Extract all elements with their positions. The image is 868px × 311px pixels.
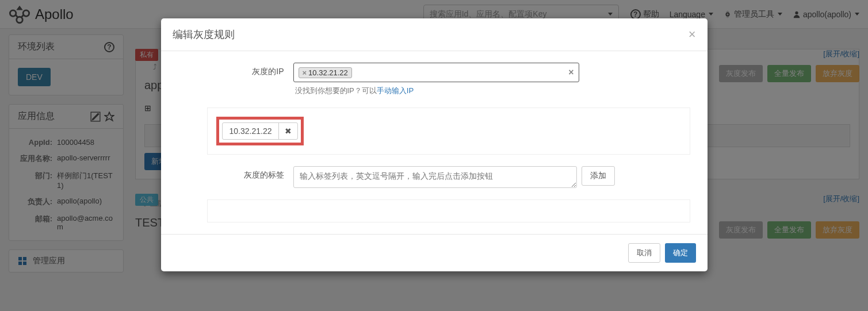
ip-chip-text: 10.32.21.22 bbox=[223, 123, 279, 139]
add-tag-button[interactable]: 添加 bbox=[582, 166, 615, 186]
selected-ip-box: 10.32.21.22 ✖ bbox=[207, 107, 690, 155]
modal-title: 编辑灰度规则 bbox=[173, 28, 235, 41]
manual-ip-link[interactable]: 手动输入IP bbox=[377, 86, 414, 95]
highlight-annotation: 10.32.21.22 ✖ bbox=[216, 117, 304, 145]
gray-ip-label: 灰度的IP bbox=[173, 63, 293, 96]
confirm-button[interactable]: 确定 bbox=[665, 243, 696, 263]
remove-tag-icon[interactable]: × bbox=[303, 68, 307, 77]
clear-all-icon[interactable]: × bbox=[568, 67, 573, 78]
selected-tags-box bbox=[207, 199, 690, 222]
edit-gray-rule-modal: 编辑灰度规则 × 灰度的IP × 10.32.21.22 × 没找到你想要的IP… bbox=[161, 18, 708, 271]
gray-tag-input[interactable] bbox=[293, 166, 577, 188]
gray-ip-select[interactable]: × 10.32.21.22 × bbox=[293, 63, 579, 82]
cancel-button[interactable]: 取消 bbox=[628, 243, 660, 263]
close-button[interactable]: × bbox=[689, 27, 696, 42]
gray-tag-label: 灰度的标签 bbox=[173, 166, 293, 188]
ip-tag: × 10.32.21.22 bbox=[299, 67, 352, 78]
ip-chip: 10.32.21.22 ✖ bbox=[222, 122, 299, 140]
remove-ip-button[interactable]: ✖ bbox=[278, 123, 297, 139]
ip-hint: 没找到你想要的IP？可以手动输入IP bbox=[295, 86, 696, 96]
ip-tag-text: 10.32.21.22 bbox=[308, 68, 348, 77]
